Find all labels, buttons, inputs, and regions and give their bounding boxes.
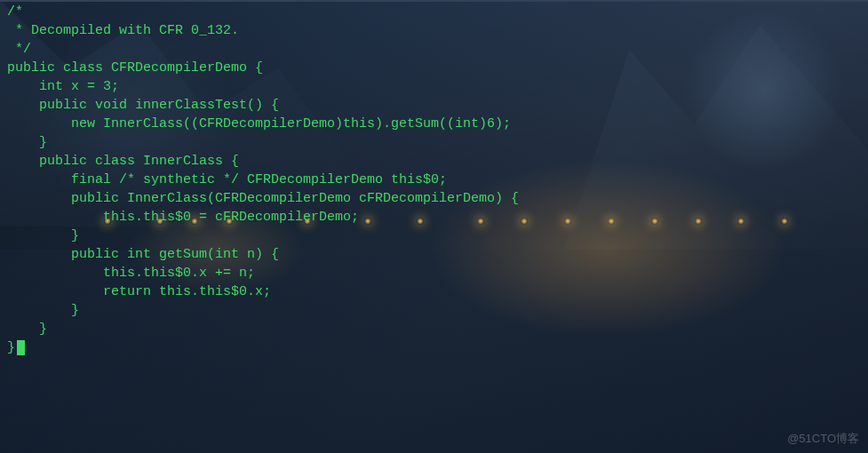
code-line: public int getSum(int n) { (7, 245, 861, 264)
code-line: } (7, 338, 861, 357)
code-line: * Decompiled with CFR 0_132. (7, 21, 861, 40)
code-line: public class InnerClass { (7, 152, 861, 171)
code-line: this.this$0.x += n; (7, 264, 861, 282)
code-line: } (7, 133, 861, 152)
code-line: this.this$0 = cFRDecompilerDemo; (7, 208, 861, 226)
code-line: final /* synthetic */ CFRDecompilerDemo … (7, 171, 861, 189)
code-line: new InnerClass((CFRDecompilerDemo)this).… (7, 115, 861, 133)
watermark-text: @51CTO博客 (787, 429, 859, 448)
code-line: } (7, 226, 861, 245)
code-line: /* (7, 3, 861, 21)
code-line: public InnerClass(CFRDecompilerDemo cFRD… (7, 189, 861, 208)
code-line: return this.this$0.x; (7, 282, 861, 301)
code-line: } (7, 320, 861, 338)
code-line: } (7, 301, 861, 320)
code-line: */ (7, 40, 861, 59)
code-line: public class CFRDecompilerDemo { (7, 59, 861, 77)
code-line: public void innerClassTest() { (7, 96, 861, 115)
code-line: int x = 3; (7, 77, 861, 96)
code-editor[interactable]: /* * Decompiled with CFR 0_132. */ publi… (0, 0, 868, 360)
text-cursor (17, 340, 25, 355)
